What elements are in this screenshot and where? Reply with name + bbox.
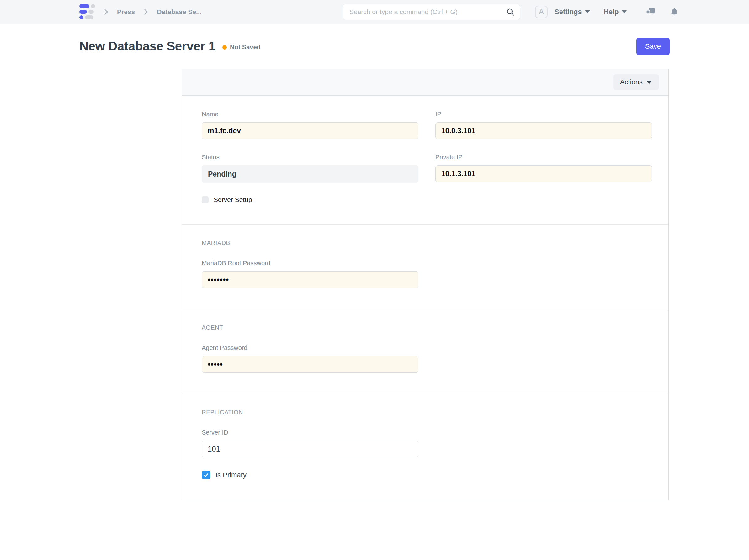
section-details: Name IP Status Pending Private IP Server… (182, 95, 668, 224)
ip-label: IP (435, 111, 652, 118)
field-ip: IP (435, 111, 652, 139)
actions-label: Actions (620, 78, 643, 86)
breadcrumb-press[interactable]: Press (117, 8, 135, 16)
field-is-primary: Is Primary (202, 471, 652, 479)
bell-icon[interactable] (669, 7, 679, 17)
section-mariadb: MARIADB MariaDB Root Password (182, 224, 668, 309)
navbar: Press Database Se... A Settings Help (0, 0, 749, 24)
name-input[interactable] (202, 122, 419, 139)
avatar[interactable]: A (535, 6, 548, 18)
mariadb-root-password-label: MariaDB Root Password (202, 260, 419, 267)
section-replication: REPLICATION Server ID Is Primary (182, 393, 668, 500)
caret-down-icon (622, 10, 627, 13)
breadcrumb-database-servers[interactable]: Database Se... (157, 8, 201, 16)
app-logo-icon[interactable] (79, 4, 95, 19)
chevron-right-icon (102, 8, 110, 16)
server-setup-label: Server Setup (214, 196, 252, 203)
agent-password-label: Agent Password (202, 344, 419, 351)
replication-section-title: REPLICATION (202, 409, 652, 416)
avatar-letter: A (539, 7, 543, 16)
save-status-indicator: Not Saved (222, 44, 261, 51)
page-title: New Database Server 1 (79, 39, 215, 53)
check-icon (203, 472, 209, 478)
agent-password-input[interactable] (202, 356, 419, 373)
mariadb-root-password-input[interactable] (202, 271, 419, 288)
field-private-ip: Private IP (435, 154, 652, 183)
status-value: Pending (202, 165, 419, 183)
agent-section-title: AGENT (202, 324, 652, 331)
field-status: Status Pending (202, 154, 419, 183)
server-setup-checkbox[interactable] (202, 196, 209, 203)
search-input[interactable] (349, 8, 506, 16)
settings-menu[interactable]: Settings (555, 8, 590, 16)
settings-label: Settings (555, 8, 582, 16)
chat-icon[interactable] (645, 7, 656, 17)
field-name: Name (202, 111, 419, 139)
help-label: Help (604, 8, 619, 16)
private-ip-input[interactable] (435, 165, 652, 182)
unsaved-dot-icon (222, 45, 227, 49)
help-menu[interactable]: Help (604, 8, 627, 16)
global-search (343, 4, 520, 20)
mariadb-section-title: MARIADB (202, 240, 652, 246)
actions-button[interactable]: Actions (613, 74, 659, 90)
server-id-label: Server ID (202, 429, 419, 436)
server-id-input[interactable] (202, 440, 419, 457)
search-icon[interactable] (506, 7, 515, 16)
name-label: Name (202, 111, 419, 118)
ip-input[interactable] (435, 122, 652, 139)
chevron-right-icon (142, 8, 150, 16)
page-header: New Database Server 1 Not Saved Save (0, 24, 749, 69)
field-server-setup: Server Setup (202, 196, 652, 203)
save-button[interactable]: Save (636, 38, 670, 55)
caret-down-icon (646, 81, 652, 84)
field-server-id: Server ID (202, 429, 419, 457)
field-agent-password: Agent Password (202, 344, 419, 373)
status-label: Status (202, 154, 419, 161)
form-toolbar: Actions (182, 69, 668, 95)
private-ip-label: Private IP (435, 154, 652, 161)
is-primary-checkbox[interactable] (202, 471, 211, 479)
caret-down-icon (585, 10, 590, 13)
is-primary-label: Is Primary (215, 471, 247, 479)
field-mariadb-root-password: MariaDB Root Password (202, 260, 419, 288)
section-agent: AGENT Agent Password (182, 309, 668, 393)
unsaved-label: Not Saved (230, 44, 261, 51)
form-container: Actions Name IP Status Pending Private I… (181, 69, 669, 500)
